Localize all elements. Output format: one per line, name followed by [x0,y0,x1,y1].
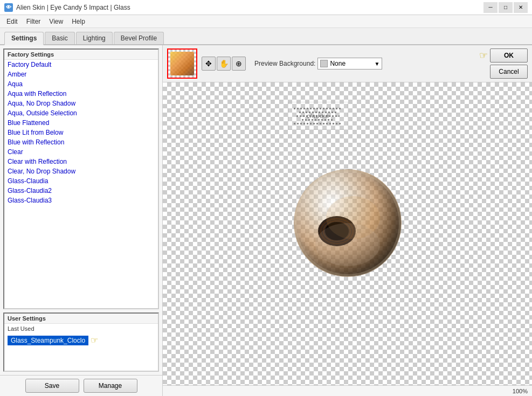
thumbnail-preview [167,48,197,79]
chevron-down-icon: ▼ [374,61,379,67]
main-window: Settings Basic Lighting Bevel Profile Fa… [0,28,532,396]
preview-bg-value: None [330,60,346,67]
watermark-text: claudia [307,113,329,119]
preset-aqua[interactable]: Aqua [4,79,158,89]
preview-bg-label: Preview Background: [254,60,315,67]
user-settings-section: User Settings Last Used Glass_Steampunk_… [3,312,159,372]
toolbar-icons: ✥ ✋ ⊕ [202,57,246,71]
manage-button[interactable]: Manage [84,379,137,393]
window-title: Alien Skin | Eye Candy 5 Impact | Glass [16,4,130,11]
cancel-button[interactable]: Cancel [490,65,528,79]
factory-settings-label: Factory Settings [4,50,158,60]
right-toolbar: ✥ ✋ ⊕ Preview Background: None ▼ [163,45,532,82]
left-panel: Factory Settings Factory Default Amber A… [0,45,163,396]
user-preset-arrow-icon: ☞ [91,335,98,345]
preview-bg-dropdown[interactable]: None ▼ [317,58,382,70]
svg-point-7 [315,223,380,266]
minimize-button[interactable]: ─ [483,2,498,13]
preset-aqua-reflection[interactable]: Aqua with Reflection [4,89,158,99]
tab-bar: Settings Basic Lighting Bevel Profile [0,28,532,45]
preset-blue-flattened[interactable]: Blue Flattened [4,118,158,128]
close-button[interactable]: ✕ [514,2,528,13]
app-icon-text: 👁 [6,4,11,10]
user-preset-row: Glass_Steampunk_Cloclo ☞ [4,334,158,347]
tab-bevel-profile[interactable]: Bevel Profile [114,32,164,44]
preset-glass-claudia3[interactable]: Glass-Claudia3 [4,196,158,205]
status-bar: 100% [163,385,532,396]
preset-aqua-no-drop[interactable]: Aqua, No Drop Shadow [4,99,158,108]
preset-aqua-outside[interactable]: Aqua, Outside Selection [4,108,158,118]
presets-list[interactable]: Factory Default Amber Aqua Aqua with Ref… [4,60,158,308]
preset-blue-reflection[interactable]: Blue with Reflection [4,137,158,147]
right-panel: ✥ ✋ ⊕ Preview Background: None ▼ [163,45,532,396]
preset-clear-reflection[interactable]: Clear with Reflection [4,157,158,166]
preset-glass-claudia2[interactable]: Glass-Claudia2 [4,186,158,196]
hand-icon: ✋ [219,59,229,68]
content-area: Factory Settings Factory Default Amber A… [0,45,532,396]
zoom-icon: ⊕ [236,59,242,68]
window-controls: ─ □ ✕ [483,2,528,13]
preset-blue-lit[interactable]: Blue Lit from Below [4,128,158,137]
app-icon: 👁 [4,3,13,12]
hand-tool-button[interactable]: ✋ [217,57,231,71]
tab-lighting[interactable]: Lighting [76,32,113,44]
zoom-level: 100% [513,388,528,394]
sphere-svg [294,169,402,277]
ok-button[interactable]: OK [490,48,528,62]
preset-clear[interactable]: Clear [4,147,158,157]
user-preset-selected[interactable]: Glass_Steampunk_Cloclo [8,336,88,345]
watermark-area: claudia [288,102,348,130]
bottom-buttons: Save Manage [0,375,162,396]
preview-canvas: claudia [163,82,532,385]
menu-edit[interactable]: Edit [2,17,22,26]
tab-basic[interactable]: Basic [45,32,74,44]
presets-section: Factory Settings Factory Default Amber A… [3,48,159,309]
menu-bar: Edit Filter View Help [0,15,532,28]
last-used-label: Last Used [4,324,158,334]
glass-sphere-surface [294,169,402,277]
preview-bg-swatch [320,60,328,67]
tab-settings[interactable]: Settings [4,32,44,45]
menu-filter[interactable]: Filter [22,17,45,26]
save-button[interactable]: Save [25,379,79,393]
preset-amber[interactable]: Amber [4,70,158,79]
restore-button[interactable]: □ [499,2,513,13]
ok-wrapper: ☞ OK [479,48,528,62]
ok-arrow-icon: ☞ [479,50,488,61]
move-icon: ✥ [205,59,212,68]
title-bar-left: 👁 Alien Skin | Eye Candy 5 Impact | Glas… [4,3,130,12]
title-bar: 👁 Alien Skin | Eye Candy 5 Impact | Glas… [0,0,532,15]
glass-sphere [294,169,402,277]
preset-factory-default[interactable]: Factory Default [4,60,158,70]
zoom-tool-button[interactable]: ⊕ [232,57,246,71]
preset-glass-claudia[interactable]: Glass-Claudia [4,176,158,186]
wm-line-1 [294,108,342,109]
wm-line-5 [294,123,342,124]
menu-help[interactable]: Help [67,17,89,26]
preset-clear-no-drop[interactable]: Clear, No Drop Shadow [4,166,158,176]
thumb-content [170,52,194,75]
menu-view[interactable]: View [45,17,67,26]
user-settings-label: User Settings [4,314,158,324]
ok-cancel-area: ☞ OK Cancel [479,48,528,79]
move-tool-button[interactable]: ✥ [202,57,216,71]
